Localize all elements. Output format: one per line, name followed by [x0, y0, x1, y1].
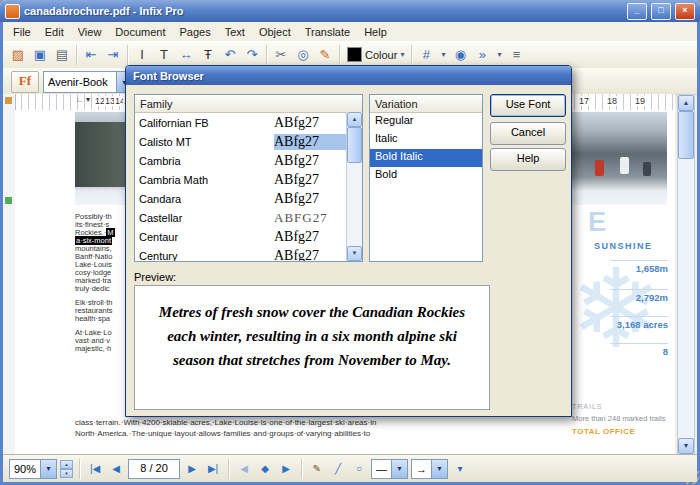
toolbar-overflow-icon[interactable]: ▾: [451, 460, 469, 478]
menu-help[interactable]: Help: [357, 24, 394, 40]
font-variation-list[interactable]: Variation Regular Italic Bold Italic Bol…: [369, 94, 483, 262]
minimize-button[interactable]: _: [627, 3, 647, 20]
decorative-letter: E: [588, 207, 606, 238]
pencil-tool-icon[interactable]: ✎: [308, 460, 326, 478]
open-icon[interactable]: ▨: [7, 44, 29, 66]
font-family-name: Centaur: [139, 231, 274, 243]
zoom-combo[interactable]: 90% ▼: [9, 459, 57, 479]
variation-row[interactable]: Bold: [370, 167, 482, 185]
previous-page-button[interactable]: ◀: [107, 460, 125, 478]
font-family-row[interactable]: Cambria MathABfg27: [135, 170, 362, 189]
colour-picker[interactable]: Colour ▾: [343, 47, 408, 62]
line-tool-icon[interactable]: ╱: [329, 460, 347, 478]
scissors-icon[interactable]: ✂: [270, 44, 292, 66]
save-icon[interactable]: ▣: [29, 44, 51, 66]
zoom-spinner[interactable]: ▴ ▾: [60, 460, 73, 478]
page-position-marker: [5, 197, 12, 204]
goto-dropdown-icon[interactable]: ▾: [493, 44, 505, 66]
line-width-combo[interactable]: — ▼: [371, 459, 408, 479]
menu-document[interactable]: Document: [108, 24, 172, 40]
font-family-row[interactable]: CambriaABfg27: [135, 151, 362, 170]
app-icon: [5, 4, 20, 19]
maximize-button[interactable]: □: [651, 3, 671, 20]
variation-row[interactable]: Regular: [370, 113, 482, 131]
vertical-scrollbar[interactable]: ▲ ▼: [677, 94, 695, 455]
menu-view[interactable]: View: [71, 24, 109, 40]
tab-marker-icon[interactable]: ∟: [76, 95, 84, 104]
last-page-button[interactable]: ▶|: [204, 460, 222, 478]
font-name-combo[interactable]: Avenir-Book ▼: [43, 71, 133, 93]
view-forward-button[interactable]: ▶: [277, 460, 295, 478]
photo-person-red: [595, 160, 604, 176]
scroll-up-icon[interactable]: ▲: [678, 95, 694, 111]
pencil-icon[interactable]: ✎: [314, 44, 336, 66]
text-cursor-icon[interactable]: I: [131, 44, 153, 66]
font-family-row[interactable]: CentaurABfg27: [135, 227, 362, 246]
font-browser-dialog: Font Browser Family Californian FBABfg27…: [125, 65, 572, 417]
menu-translate[interactable]: Translate: [298, 24, 357, 40]
menu-text[interactable]: Text: [218, 24, 252, 40]
font-name-value: Avenir-Book: [44, 76, 116, 88]
font-family-row[interactable]: Californian FBABfg27: [135, 113, 362, 132]
view-back-button[interactable]: ◀: [235, 460, 253, 478]
import-page-icon[interactable]: ⇤: [80, 44, 102, 66]
arrow-style-combo[interactable]: → ▼: [411, 459, 448, 479]
scroll-down-icon[interactable]: ▼: [347, 246, 362, 261]
close-button[interactable]: ×: [675, 3, 695, 20]
variation-row-selected[interactable]: Bold Italic: [370, 149, 482, 167]
status-bar: 90% ▼ ▴ ▾ |◀ ◀ 8 / 20 ▶ ▶| ◀ ◆ ▶ ✎ ╱ ○ —…: [3, 454, 697, 482]
indent-marker-icon[interactable]: ▾: [86, 95, 90, 104]
help-button[interactable]: Help: [490, 148, 566, 171]
photo-person-white: [620, 157, 629, 174]
doc-line: health·spa: [75, 314, 127, 323]
scrollbar-thumb[interactable]: [347, 127, 362, 163]
rotate-left-icon[interactable]: ↶: [219, 44, 241, 66]
title-bar[interactable]: canadabrochure.pdf - Infix Pro _ □ ×: [0, 0, 700, 22]
font-family-row-selected[interactable]: Calisto MTABfg27: [135, 132, 362, 151]
menu-pages[interactable]: Pages: [173, 24, 218, 40]
use-font-button[interactable]: Use Font: [490, 94, 566, 117]
print-icon[interactable]: ▤: [51, 44, 73, 66]
snapshot-icon[interactable]: ◉: [449, 44, 471, 66]
family-column-header[interactable]: Family: [135, 95, 362, 113]
fit-text-icon[interactable]: ↔: [175, 44, 197, 66]
font-family-row[interactable]: CandaraABfg27: [135, 189, 362, 208]
more-tools-icon[interactable]: ≡: [505, 44, 527, 66]
doc-line: class·terrain.·With·4200·skiable·acres,·…: [75, 418, 455, 427]
variation-row[interactable]: Italic: [370, 131, 482, 149]
next-page-button[interactable]: ▶: [183, 460, 201, 478]
letterspacing-icon[interactable]: Ŧ: [197, 44, 219, 66]
menu-object[interactable]: Object: [252, 24, 298, 40]
menu-edit[interactable]: Edit: [38, 24, 71, 40]
crop-dropdown-icon[interactable]: ▾: [437, 44, 449, 66]
font-family-list[interactable]: Family Californian FBABfg27 Calisto MTAB…: [134, 94, 363, 262]
font-family-row[interactable]: CenturyABfg27: [135, 246, 362, 262]
scroll-down-icon[interactable]: ▼: [678, 438, 694, 454]
cancel-button[interactable]: Cancel: [490, 122, 566, 145]
trails-note: More than 248 marked trails: [572, 414, 665, 423]
first-page-button[interactable]: |◀: [86, 460, 104, 478]
menu-file[interactable]: File: [6, 24, 38, 40]
scroll-up-icon[interactable]: ▲: [347, 112, 362, 127]
export-page-icon[interactable]: ⇥: [102, 44, 124, 66]
font-family-row[interactable]: CastellarABFG27: [135, 208, 362, 227]
stats-heading: SUNSHINE: [594, 241, 653, 251]
scrollbar-thumb[interactable]: [678, 111, 694, 159]
bookmark-icon[interactable]: ◆: [256, 460, 274, 478]
stat-value: 8: [610, 343, 668, 357]
goto-icon[interactable]: »: [471, 44, 493, 66]
edit-text-icon[interactable]: T: [153, 44, 175, 66]
statusbar-separator: [301, 459, 302, 479]
rotate-right-icon[interactable]: ↷: [241, 44, 263, 66]
ellipse-tool-icon[interactable]: ○: [350, 460, 368, 478]
toolbar-separator: [76, 45, 77, 65]
crop-icon[interactable]: #: [415, 44, 437, 66]
target-icon[interactable]: ◎: [292, 44, 314, 66]
stat-value: 3,168 acres: [610, 316, 668, 330]
font-family-name: Castellar: [139, 212, 274, 224]
font-style-button[interactable]: Ff: [11, 71, 39, 93]
variation-column-header[interactable]: Variation: [370, 95, 482, 113]
dialog-title-bar[interactable]: Font Browser: [126, 66, 571, 85]
page-indicator[interactable]: 8 / 20: [128, 459, 180, 479]
family-list-scrollbar[interactable]: ▲ ▼: [346, 112, 362, 261]
